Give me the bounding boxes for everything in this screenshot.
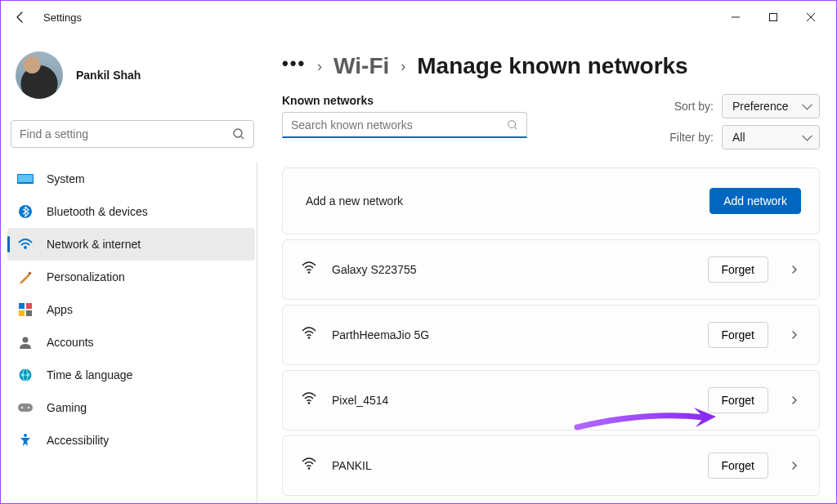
expand-button[interactable] [788, 263, 801, 276]
svg-point-24 [308, 402, 311, 404]
nav-label: Network & internet [47, 238, 141, 251]
breadcrumb: ••• › Wi-Fi › Manage known networks [282, 53, 820, 79]
svg-rect-10 [26, 303, 32, 309]
expand-button[interactable] [788, 394, 801, 407]
svg-point-7 [24, 246, 27, 249]
wifi-icon [301, 392, 317, 408]
sidebar-item-accessibility[interactable]: Accessibility [7, 424, 255, 457]
forget-button[interactable]: Forget [708, 387, 768, 413]
breadcrumb-overflow[interactable]: ••• [282, 53, 306, 79]
avatar [16, 51, 63, 99]
accessibility-icon [17, 432, 34, 448]
svg-point-20 [508, 120, 516, 127]
sidebar-item-gaming[interactable]: Gaming [7, 391, 255, 424]
sidebar-item-system[interactable]: System [7, 163, 255, 195]
network-icon [17, 236, 34, 252]
sidebar-item-apps[interactable]: Apps [7, 293, 255, 326]
nav-label: Accounts [47, 336, 94, 349]
svg-point-23 [308, 337, 311, 339]
network-row[interactable]: Pixel_4514 Forget [282, 370, 820, 430]
wifi-icon [301, 261, 317, 278]
nav-label: Accessibility [47, 434, 109, 447]
known-networks-search[interactable] [282, 112, 527, 138]
svg-point-25 [308, 467, 311, 470]
user-profile[interactable]: Pankil Shah [7, 40, 257, 115]
svg-rect-12 [26, 310, 32, 316]
search-icon [232, 127, 245, 140]
add-network-title: Add a new network [301, 194, 695, 207]
content-area: ••• › Wi-Fi › Manage known networks Know… [262, 33, 836, 503]
network-row[interactable]: PANKIL Forget [282, 435, 820, 496]
chevron-right-icon: › [401, 58, 405, 75]
apps-icon [17, 301, 34, 318]
svg-line-3 [241, 136, 244, 139]
close-button[interactable] [792, 4, 830, 30]
wifi-icon [301, 457, 317, 474]
known-networks-search-input[interactable] [291, 118, 507, 132]
nav-label: Apps [47, 303, 73, 316]
forget-button[interactable]: Forget [708, 453, 768, 479]
forget-button[interactable]: Forget [708, 256, 768, 283]
expand-button[interactable] [788, 459, 801, 472]
breadcrumb-wifi[interactable]: Wi-Fi [333, 53, 389, 79]
sidebar-item-accounts[interactable]: Accounts [7, 326, 255, 359]
svg-rect-9 [19, 303, 25, 309]
svg-line-21 [515, 127, 517, 129]
network-row[interactable]: ParthHeemaJio 5G Forget [282, 305, 820, 365]
svg-point-2 [234, 129, 242, 137]
network-name: Galaxy S223755 [332, 263, 693, 276]
search-icon [507, 119, 518, 131]
back-button[interactable] [7, 4, 34, 30]
titlebar: Settings [1, 1, 836, 33]
gaming-icon [17, 399, 34, 416]
sidebar-item-personalization[interactable]: Personalization [7, 261, 255, 293]
svg-rect-11 [19, 310, 25, 316]
time-language-icon [17, 367, 34, 383]
svg-point-18 [28, 407, 29, 408]
known-networks-title: Known networks [282, 94, 527, 107]
svg-point-13 [23, 337, 29, 343]
svg-rect-16 [18, 404, 33, 412]
svg-point-17 [21, 407, 23, 408]
sidebar-item-bluetooth[interactable]: Bluetooth & devices [7, 195, 255, 228]
chevron-right-icon: › [317, 58, 322, 75]
breadcrumb-current: Manage known networks [417, 53, 687, 79]
sort-by-label: Sort by: [674, 100, 714, 113]
svg-point-22 [308, 271, 311, 274]
user-name: Pankil Shah [76, 69, 141, 82]
sidebar: Pankil Shah System Bluetooth & devices N… [1, 33, 262, 503]
nav-label: Bluetooth & devices [47, 205, 148, 218]
accounts-icon [17, 334, 34, 350]
bluetooth-icon [17, 203, 34, 220]
network-name: PANKIL [332, 459, 693, 472]
network-list: Add a new network Add network Galaxy S22… [282, 167, 820, 496]
sort-by-dropdown[interactable]: Preference [722, 94, 820, 118]
sidebar-item-time-language[interactable]: Time & language [7, 359, 255, 391]
settings-search[interactable] [11, 120, 254, 148]
svg-rect-1 [770, 14, 777, 21]
minimize-button[interactable] [717, 4, 754, 30]
search-input[interactable] [20, 127, 232, 140]
nav-label: Personalization [47, 270, 125, 283]
nav-label: System [47, 172, 85, 185]
svg-point-19 [24, 434, 27, 437]
filter-by-dropdown[interactable]: All [722, 125, 820, 149]
network-name: ParthHeemaJio 5G [332, 328, 693, 341]
add-network-button[interactable]: Add network [709, 188, 801, 214]
network-name: Pixel_4514 [332, 394, 693, 407]
personalization-icon [17, 269, 34, 285]
nav-list: System Bluetooth & devices Network & int… [7, 163, 257, 503]
wifi-icon [301, 327, 317, 343]
nav-label: Time & language [47, 368, 132, 381]
sidebar-item-network[interactable]: Network & internet [7, 228, 255, 261]
add-network-card: Add a new network Add network [282, 167, 820, 234]
svg-rect-5 [18, 175, 33, 182]
expand-button[interactable] [788, 328, 801, 341]
nav-label: Gaming [47, 401, 87, 414]
maximize-button[interactable] [754, 4, 792, 30]
forget-button[interactable]: Forget [708, 322, 768, 348]
window-title: Settings [43, 11, 82, 24]
filter-by-label: Filter by: [669, 131, 714, 144]
system-icon [17, 171, 34, 187]
network-row[interactable]: Galaxy S223755 Forget [282, 239, 820, 300]
